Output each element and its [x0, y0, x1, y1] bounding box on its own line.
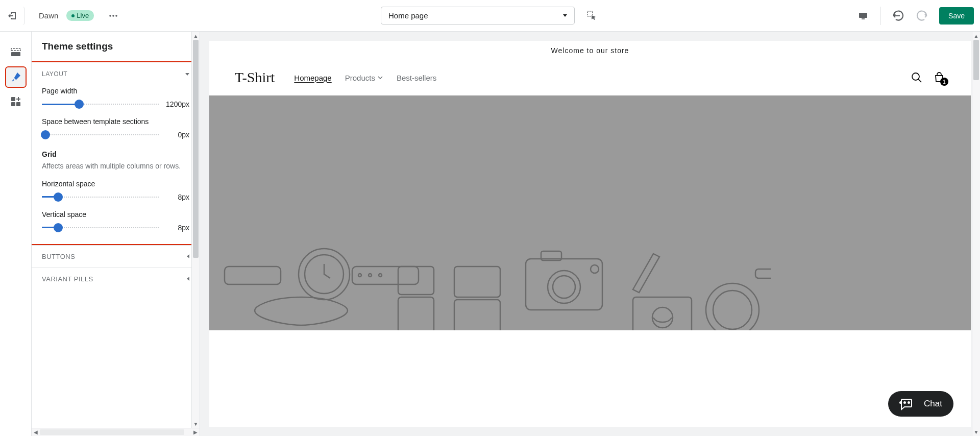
slider-thumb[interactable] — [75, 100, 84, 109]
horizontal-space-slider-row: 8px — [42, 192, 189, 202]
svg-point-17 — [369, 274, 372, 277]
chevron-down-icon — [377, 75, 383, 81]
inspector-button[interactable] — [585, 9, 599, 23]
svg-point-1 — [112, 15, 114, 17]
scrollbar-thumb[interactable] — [973, 40, 979, 80]
svg-rect-22 — [454, 300, 500, 330]
preview-frame: Welcome to our store T-Shirt Homepage Pr… — [209, 41, 971, 427]
scroll-down-icon[interactable]: ▼ — [192, 420, 200, 428]
svg-rect-5 — [862, 18, 865, 19]
svg-rect-28 — [633, 297, 692, 330]
rail-theme-settings-button[interactable] — [5, 66, 27, 88]
vertical-space-slider[interactable] — [42, 223, 159, 233]
slider-thumb[interactable] — [54, 223, 63, 232]
svg-rect-10 — [16, 102, 20, 106]
exit-button[interactable] — [6, 7, 24, 25]
preview-vertical-scrollbar[interactable]: ▲ ▼ — [972, 32, 980, 436]
viewport-button[interactable] — [854, 7, 872, 25]
redo-button[interactable] — [913, 7, 931, 25]
grid-title: Grid — [32, 145, 200, 161]
rail-sections-button[interactable] — [5, 42, 27, 63]
section-space-slider[interactable] — [42, 130, 159, 140]
top-bar: Dawn Live Home page Save — [0, 0, 980, 32]
svg-rect-8 — [11, 97, 15, 101]
nav-products[interactable]: Products — [345, 74, 383, 82]
svg-point-0 — [109, 15, 111, 17]
buttons-section-label: BUTTONS — [42, 253, 75, 260]
nav-homepage[interactable]: Homepage — [294, 74, 331, 82]
chevron-down-icon — [185, 73, 189, 76]
chevron-down-icon — [563, 14, 567, 17]
top-center-group: Home page — [309, 7, 672, 25]
sidebar-horizontal-scrollbar[interactable]: ◀ ▶ — [32, 428, 200, 436]
svg-rect-21 — [454, 267, 500, 297]
rail-apps-button[interactable] — [5, 91, 27, 112]
page-selector[interactable]: Home page — [381, 7, 575, 25]
layout-section-highlighted: LAYOUT Page width 1200px S — [32, 61, 200, 245]
inspector-icon — [586, 10, 598, 21]
chat-widget[interactable]: Chat — [888, 391, 953, 417]
hero-illustration — [209, 95, 771, 330]
scroll-left-icon[interactable]: ◀ — [32, 428, 40, 436]
preview-pane: Welcome to our store T-Shirt Homepage Pr… — [200, 32, 980, 436]
undo-icon — [893, 10, 904, 21]
svg-rect-34 — [755, 269, 771, 278]
slider-thumb[interactable] — [41, 130, 50, 139]
search-button[interactable] — [911, 71, 923, 84]
slider-thumb[interactable] — [54, 192, 63, 202]
chat-icon — [899, 397, 913, 410]
scrollbar-thumb[interactable] — [40, 429, 184, 435]
more-button[interactable] — [106, 9, 120, 23]
svg-point-26 — [591, 265, 599, 273]
sections-icon — [10, 47, 21, 58]
svg-rect-7 — [11, 52, 20, 56]
save-button[interactable]: Save — [939, 7, 974, 25]
svg-rect-9 — [11, 102, 15, 106]
svg-point-33 — [713, 290, 752, 329]
page-width-slider[interactable] — [42, 99, 159, 109]
svg-rect-19 — [398, 297, 434, 330]
scrollbar-thumb[interactable] — [193, 40, 199, 258]
undo-button[interactable] — [889, 7, 908, 25]
store-header-icons: 1 — [911, 71, 945, 84]
vertical-space-label: Vertical space — [42, 210, 189, 219]
live-dot-icon — [71, 14, 75, 17]
scroll-up-icon[interactable]: ▲ — [972, 32, 980, 40]
live-label: Live — [77, 12, 89, 19]
svg-rect-4 — [859, 13, 867, 18]
section-space-slider-row: 0px — [42, 130, 189, 140]
settings-scroll: LAYOUT Page width 1200px S — [32, 61, 200, 436]
apps-icon — [10, 96, 21, 107]
sidebar-vertical-scrollbar[interactable]: ▲ ▼ — [191, 32, 200, 428]
hero-image — [209, 95, 971, 330]
svg-rect-6 — [11, 49, 20, 51]
scroll-up-icon[interactable]: ▲ — [192, 32, 200, 40]
vertical-space-slider-row: 8px — [42, 223, 189, 233]
page-width-setting: Page width 1200px — [32, 84, 200, 114]
settings-sidebar: Theme settings LAYOUT Page width 1 — [32, 32, 200, 436]
buttons-section-header[interactable]: BUTTONS — [32, 245, 200, 268]
grid-description: Affects areas with multiple columns or r… — [32, 161, 200, 177]
store-header: T-Shirt Homepage Products Best-sellers — [209, 60, 971, 95]
live-badge: Live — [66, 10, 94, 21]
scroll-down-icon[interactable]: ▼ — [972, 428, 980, 436]
horizontal-space-label: Horizontal space — [42, 180, 189, 188]
chevron-left-icon — [187, 254, 189, 258]
svg-rect-12 — [225, 267, 281, 284]
page-width-value: 1200px — [164, 100, 189, 108]
store-logo[interactable]: T-Shirt — [235, 69, 275, 86]
cart-button[interactable]: 1 — [933, 71, 945, 84]
layout-header-label: LAYOUT — [42, 70, 67, 78]
horizontal-space-slider[interactable] — [42, 192, 159, 202]
svg-point-2 — [115, 15, 117, 17]
nav-best-sellers[interactable]: Best-sellers — [397, 74, 436, 82]
exit-icon — [7, 11, 17, 21]
chat-label: Chat — [924, 399, 942, 409]
redo-icon — [916, 10, 927, 21]
layout-section-header[interactable]: LAYOUT — [32, 64, 200, 84]
search-icon — [911, 71, 923, 84]
variant-pills-section-header[interactable]: VARIANT PILLS — [32, 268, 200, 290]
store-nav: Homepage Products Best-sellers — [294, 74, 911, 82]
scroll-right-icon[interactable]: ▶ — [191, 428, 200, 436]
svg-rect-15 — [352, 267, 419, 284]
